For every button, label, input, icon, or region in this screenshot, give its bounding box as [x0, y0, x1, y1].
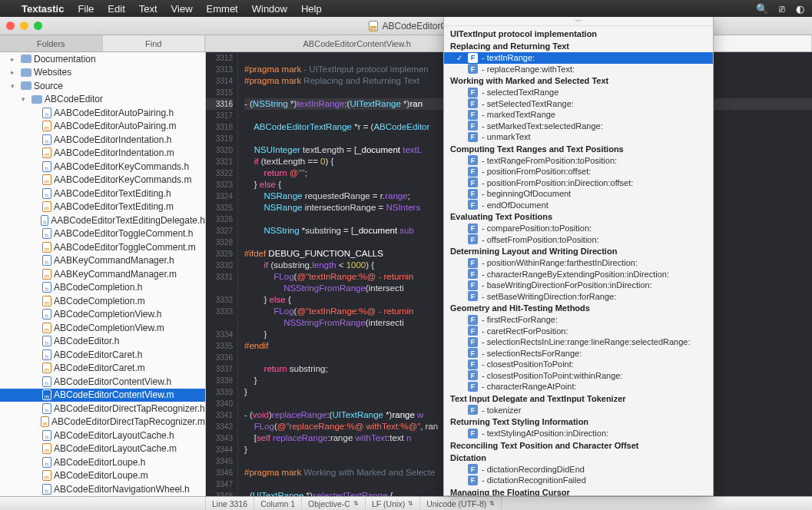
function-icon: F: [468, 337, 478, 347]
symbol-item[interactable]: F- selectionRectsInLine:range:lineRange:…: [444, 336, 713, 348]
symbol-section-header: Returning Text Styling Information: [444, 416, 713, 428]
function-icon: F: [468, 177, 478, 187]
tree-file[interactable]: hABCodeEditorNavigationWheel.h: [0, 482, 205, 496]
menu-text[interactable]: Text: [139, 3, 157, 15]
tree-file[interactable]: mAABCodeEditorKeyCommands.m: [0, 174, 205, 187]
menu-emmet[interactable]: Emmet: [207, 3, 238, 15]
symbol-item[interactable]: F- setBaseWritingDirection:forRange:: [444, 291, 713, 303]
symbol-item[interactable]: F- comparePosition:toPosition:: [444, 223, 713, 234]
sidebar-tab-find[interactable]: Find: [103, 35, 206, 51]
tree-file[interactable]: hABCodeEditor.h: [0, 335, 205, 349]
symbol-section-header: Text Input Delegate and TextInput Tokeni…: [444, 392, 713, 405]
siri-icon[interactable]: ◐: [796, 3, 804, 15]
tree-file[interactable]: mAABCodeEditorTextEditing.m: [0, 200, 205, 214]
tree-file[interactable]: hAABCodeEditorIndentation.h: [0, 133, 205, 147]
menu-view[interactable]: View: [171, 3, 193, 15]
tree-file[interactable]: mABCodeEditorDirectTapRecognizer.m: [0, 416, 205, 429]
symbol-item[interactable]: F- textRangeFromPosition:toPosition:: [444, 155, 713, 167]
symbol-item[interactable]: F- tokenizer: [444, 405, 713, 416]
tree-file[interactable]: hABCodeCompletionView.h: [0, 308, 205, 322]
app-menu[interactable]: Textastic: [22, 3, 64, 15]
tree-file[interactable]: hABCodeEditorLayoutCache.h: [0, 429, 205, 442]
symbol-item[interactable]: F- textStylingAtPosition:inDirection:: [444, 428, 713, 439]
symbol-item[interactable]: F- unmarkText: [444, 131, 713, 143]
tree-file[interactable]: hAABCodeEditorToggleComment.h: [0, 227, 205, 241]
tree-file[interactable]: mAABCodeEditorIndentation.m: [0, 147, 205, 161]
symbol-item[interactable]: F- dictationRecordingDidEnd: [444, 464, 713, 475]
tree-file[interactable]: mABCodeEditorLoupe.m: [0, 469, 205, 483]
symbol-item[interactable]: F- selectedTextRange: [444, 87, 713, 98]
symbol-item[interactable]: F- closestPositionToPoint:withinRange:: [444, 370, 713, 382]
symbol-item[interactable]: F- characterRangeByExtendingPosition:inD…: [444, 269, 713, 280]
tree-file[interactable]: mABCodeCompletion.m: [0, 294, 205, 308]
tree-file[interactable]: mAABCodeEditorAutoPairing.m: [0, 120, 205, 134]
symbol-navigator-popup[interactable]: 〰 UITextInput protocol implementationRep…: [443, 17, 714, 496]
function-icon: F: [468, 258, 478, 268]
symbol-item[interactable]: F- closestPositionToPoint:: [444, 359, 713, 370]
status-column[interactable]: Column 1: [254, 497, 302, 510]
function-icon: F: [468, 464, 478, 474]
symbol-item[interactable]: F- selectionRectsForRange:: [444, 348, 713, 359]
tree-file[interactable]: mABCodeEditorLayoutCache.m: [0, 442, 205, 456]
window-minimize-button[interactable]: [20, 22, 28, 30]
spotlight-icon[interactable]: 🔍: [756, 3, 768, 15]
symbol-item[interactable]: F- dictationRecognitionFailed: [444, 475, 713, 486]
tree-file[interactable]: hABCodeEditorContentView.h: [0, 375, 205, 389]
function-icon: F: [468, 200, 478, 210]
symbol-item[interactable]: F- replaceRange:withText:: [444, 64, 713, 75]
menu-edit[interactable]: Edit: [108, 3, 124, 15]
symbol-section-header: Dictation: [444, 452, 713, 464]
function-icon: F: [468, 110, 478, 120]
symbol-item[interactable]: F- endOfDocument: [444, 200, 713, 211]
tree-file[interactable]: hAABCodeEditorKeyCommands.h: [0, 160, 205, 174]
tree-folder[interactable]: ▸Websites: [0, 66, 205, 80]
tree-folder[interactable]: ▾Source: [0, 79, 205, 93]
tree-folder[interactable]: ▾ABCodeEditor: [0, 93, 205, 107]
tree-file[interactable]: mABCodeEditorContentView.m: [0, 389, 205, 402]
symbol-item[interactable]: F- characterRangeAtPoint:: [444, 381, 713, 392]
window-close-button[interactable]: [6, 22, 15, 30]
tree-file[interactable]: mABCodeCompletionView.m: [0, 321, 205, 335]
tree-file[interactable]: hAABCodeEditorTextEditingDelegate.h: [0, 214, 205, 227]
symbol-item[interactable]: F- positionFromPosition:offset:: [444, 166, 713, 177]
symbol-item[interactable]: F- caretRectForPosition:: [444, 326, 713, 337]
status-line-endings[interactable]: LF (Unix)⇅: [366, 497, 420, 510]
tree-file[interactable]: hAABCodeEditorTextEditing.h: [0, 187, 205, 200]
symbol-section-header: Replacing and Returning Text: [444, 40, 713, 52]
tree-file[interactable]: hABCodeEditorCaret.h: [0, 348, 205, 362]
function-icon: F: [468, 348, 478, 358]
status-line[interactable]: Line 3316: [206, 497, 254, 510]
tree-file[interactable]: hABCodeEditorLoupe.h: [0, 455, 205, 469]
symbol-item[interactable]: F- offsetFromPosition:toPosition:: [444, 234, 713, 246]
tree-file[interactable]: hAABCodeEditorAutoPairing.h: [0, 106, 205, 120]
tree-file[interactable]: hABCodeCompletion.h: [0, 281, 205, 295]
menu-window[interactable]: Window: [252, 3, 287, 15]
symbol-item[interactable]: F- firstRectForRange:: [444, 314, 713, 326]
symbol-item[interactable]: F- setSelectedTextRange:: [444, 98, 713, 110]
symbol-item[interactable]: F- beginningOfDocument: [444, 188, 713, 200]
menu-file[interactable]: File: [78, 3, 94, 15]
tree-file[interactable]: hAABKeyCommandManager.h: [0, 254, 205, 268]
status-encoding[interactable]: Unicode (UTF-8)⇅: [420, 497, 502, 510]
symbol-item[interactable]: F- markedTextRange: [444, 109, 713, 121]
menu-help[interactable]: Help: [301, 3, 322, 15]
tree-folder[interactable]: ▸Documentation: [0, 52, 205, 66]
tree-file[interactable]: mAABKeyCommandManager.m: [0, 267, 205, 281]
tree-file[interactable]: mAABCodeEditorToggleComment.m: [0, 240, 205, 254]
tree-file[interactable]: mABCodeEditorCaret.m: [0, 362, 205, 376]
function-icon: F: [468, 291, 478, 301]
symbol-item[interactable]: F- baseWritingDirectionForPosition:inDir…: [444, 280, 713, 291]
tree-file[interactable]: mABCodeEditorNavigationWheel.m: [0, 496, 205, 497]
popup-grabber-icon[interactable]: 〰: [444, 17, 713, 26]
symbol-item[interactable]: F- positionWithinRange:farthestInDirecti…: [444, 257, 713, 269]
tree-file[interactable]: hABCodeEditorDirectTapRecognizer.h: [0, 402, 205, 416]
window-zoom-button[interactable]: [34, 22, 42, 30]
sidebar-tab-folders[interactable]: Folders: [0, 35, 103, 51]
status-language[interactable]: Objective-C⇅: [302, 497, 366, 510]
symbol-item[interactable]: F- positionFromPosition:inDirection:offs…: [444, 177, 713, 189]
symbol-item[interactable]: F- setMarkedText:selectedRange:: [444, 121, 713, 132]
function-icon: F: [468, 405, 478, 415]
function-icon: F: [468, 234, 478, 244]
symbol-item[interactable]: ✓F- textInRange:: [444, 52, 713, 64]
control-center-icon[interactable]: ⎚: [779, 3, 785, 15]
